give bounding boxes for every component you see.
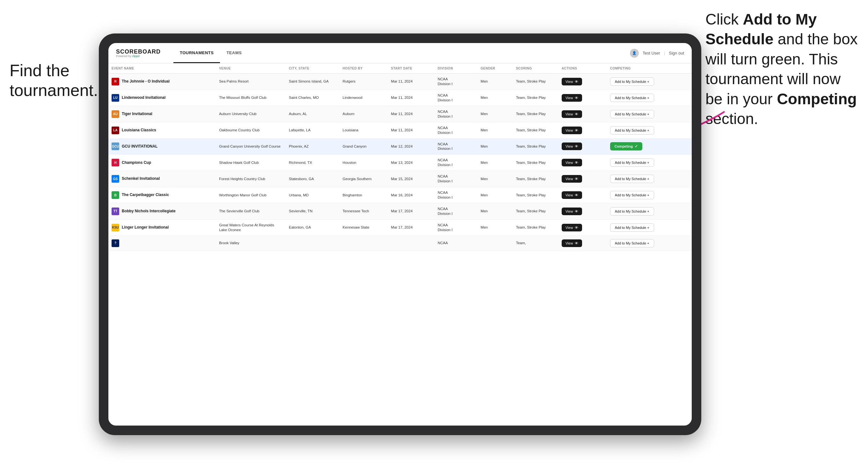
venue-cell: Brook Valley bbox=[216, 236, 286, 251]
view-button[interactable]: View 👁 bbox=[562, 191, 582, 199]
venue-cell: The Sevierville Golf Club bbox=[216, 204, 286, 220]
nav-tab-teams[interactable]: TEAMS bbox=[220, 43, 248, 63]
division-cell: NCAA Division I bbox=[434, 90, 477, 106]
add-to-schedule-button[interactable]: Add to My Schedule + bbox=[610, 110, 654, 118]
team-logo: GCU bbox=[112, 143, 119, 150]
nav-right: 👤 Test User | Sign out bbox=[630, 49, 684, 58]
table-row: KSU Linger Longer Invitational Great Wat… bbox=[108, 219, 692, 236]
add-to-schedule-button[interactable]: Add to My Schedule + bbox=[610, 158, 654, 167]
date-cell: Mar 11, 2024 bbox=[388, 74, 434, 90]
view-button[interactable]: View 👁 bbox=[562, 78, 582, 86]
date-cell bbox=[388, 236, 434, 251]
col-header-scoring: SCORING bbox=[513, 63, 558, 74]
add-to-schedule-button[interactable]: Add to My Schedule + bbox=[610, 175, 654, 183]
division-cell: NCAA Division I bbox=[434, 155, 477, 171]
add-to-schedule-button[interactable]: Add to My Schedule + bbox=[610, 191, 654, 199]
date-cell: Mar 12, 2024 bbox=[388, 138, 434, 155]
col-header-venue: VENUE bbox=[216, 63, 286, 74]
view-button[interactable]: View 👁 bbox=[562, 240, 582, 247]
venue-cell: Oakbourne Country Club bbox=[216, 122, 286, 138]
annotation-left: Find the tournament. bbox=[9, 61, 98, 100]
city-cell: Saint Charles, MO bbox=[286, 90, 340, 106]
view-button[interactable]: View 👁 bbox=[562, 175, 582, 183]
tournaments-table: EVENT NAME VENUE CITY, STATE HOSTED BY S… bbox=[108, 63, 692, 251]
division-cell: NCAA Division I bbox=[434, 74, 477, 90]
team-logo: LA bbox=[112, 127, 119, 134]
add-to-schedule-button[interactable]: Add to My Schedule + bbox=[610, 207, 654, 216]
add-to-schedule-button[interactable]: Add to My Schedule + bbox=[610, 239, 654, 247]
venue-cell: Worthington Manor Golf Club bbox=[216, 187, 286, 204]
view-button[interactable]: View 👁 bbox=[562, 208, 582, 215]
view-button[interactable]: View 👁 bbox=[562, 94, 582, 102]
event-name-cell: H Champions Cup bbox=[108, 155, 216, 171]
venue-cell: The Missouri Bluffs Golf Club bbox=[216, 90, 286, 106]
actions-cell: View 👁 bbox=[558, 90, 607, 106]
sign-out-link[interactable]: Sign out bbox=[669, 51, 684, 56]
city-cell: Statesboro, GA bbox=[286, 171, 340, 187]
scoring-cell: Team, Stroke Play bbox=[513, 219, 558, 236]
division-cell: NCAA Division I bbox=[434, 187, 477, 204]
scoring-cell: Team, Stroke Play bbox=[513, 204, 558, 220]
hosted-by-cell: Grand Canyon bbox=[340, 138, 388, 155]
view-button[interactable]: View 👁 bbox=[562, 127, 582, 134]
event-name-text: Linger Longer Invitational bbox=[122, 225, 168, 230]
logo-text: SCOREBOARD bbox=[116, 49, 161, 55]
eye-icon: 👁 bbox=[575, 226, 578, 229]
hosted-by-cell: Houston bbox=[340, 155, 388, 171]
division-cell: NCAA Division I bbox=[434, 219, 477, 236]
nav-tab-tournaments[interactable]: TOURNAMENTS bbox=[174, 43, 220, 63]
event-name-cell: ? bbox=[108, 236, 216, 251]
division-cell: NCAA Division I bbox=[434, 122, 477, 138]
competing-cell: Add to My Schedule + bbox=[607, 171, 692, 187]
competing-button[interactable]: Competing ✓ bbox=[610, 142, 642, 151]
hosted-by-cell: Tennessee Tech bbox=[340, 204, 388, 220]
event-name-text: Louisiana Classics bbox=[122, 128, 156, 133]
table-body: R The Johnnie - O Individual Sea Palms R… bbox=[108, 74, 692, 251]
event-name-cell: TT Bobby Nichols Intercollegiate bbox=[108, 204, 216, 220]
gender-cell: Men bbox=[477, 187, 513, 204]
team-logo: AU bbox=[112, 110, 119, 118]
logo-powered: Powered by clippd bbox=[116, 55, 161, 58]
city-cell: Auburn, AL bbox=[286, 106, 340, 122]
add-to-schedule-button[interactable]: Add to My Schedule + bbox=[610, 126, 654, 134]
table-header: EVENT NAME VENUE CITY, STATE HOSTED BY S… bbox=[108, 63, 692, 74]
date-cell: Mar 11, 2024 bbox=[388, 106, 434, 122]
add-to-schedule-button[interactable]: Add to My Schedule + bbox=[610, 77, 654, 86]
add-to-schedule-button[interactable]: Add to My Schedule + bbox=[610, 223, 654, 232]
view-button[interactable]: View 👁 bbox=[562, 143, 582, 150]
actions-cell: View 👁 bbox=[558, 171, 607, 187]
event-name-text: Champions Cup bbox=[122, 160, 151, 165]
eye-icon: 👁 bbox=[575, 80, 578, 84]
hosted-by-cell: Binghamton bbox=[340, 187, 388, 204]
hosted-by-cell: Rutgers bbox=[340, 74, 388, 90]
add-to-schedule-button[interactable]: Add to My Schedule + bbox=[610, 94, 654, 102]
venue-cell: Forest Heights Country Club bbox=[216, 171, 286, 187]
hosted-by-cell: Kennesaw State bbox=[340, 219, 388, 236]
view-button[interactable]: View 👁 bbox=[562, 224, 582, 231]
event-name-cell: GCU GCU INVITATIONAL bbox=[108, 138, 216, 155]
competing-cell: Add to My Schedule + bbox=[607, 122, 692, 138]
eye-icon: 👁 bbox=[575, 128, 578, 132]
eye-icon: 👁 bbox=[575, 177, 578, 181]
scoring-cell: Team, Stroke Play bbox=[513, 74, 558, 90]
event-name-cell: R The Johnnie - O Individual bbox=[108, 74, 216, 90]
check-icon: ✓ bbox=[635, 144, 638, 149]
view-button[interactable]: View 👁 bbox=[562, 159, 582, 166]
eye-icon: 👁 bbox=[575, 193, 578, 197]
city-cell bbox=[286, 236, 340, 251]
actions-cell: View 👁 bbox=[558, 219, 607, 236]
gender-cell: Men bbox=[477, 171, 513, 187]
event-name-cell: LU Lindenwood Invitational bbox=[108, 90, 216, 106]
view-button[interactable]: View 👁 bbox=[562, 110, 582, 118]
date-cell: Mar 11, 2024 bbox=[388, 122, 434, 138]
venue-cell: Shadow Hawk Golf Club bbox=[216, 155, 286, 171]
competing-cell: Add to My Schedule + bbox=[607, 155, 692, 171]
hosted-by-cell: Lindenwood bbox=[340, 90, 388, 106]
actions-cell: View 👁 bbox=[558, 236, 607, 251]
eye-icon: 👁 bbox=[575, 145, 578, 148]
table-row: ? Brook ValleyNCAATeam, View 👁 Add to My… bbox=[108, 236, 692, 251]
hosted-by-cell: Georgia Southern bbox=[340, 171, 388, 187]
gender-cell: Men bbox=[477, 106, 513, 122]
competing-cell: Add to My Schedule + bbox=[607, 236, 692, 251]
scoring-cell: Team, Stroke Play bbox=[513, 138, 558, 155]
